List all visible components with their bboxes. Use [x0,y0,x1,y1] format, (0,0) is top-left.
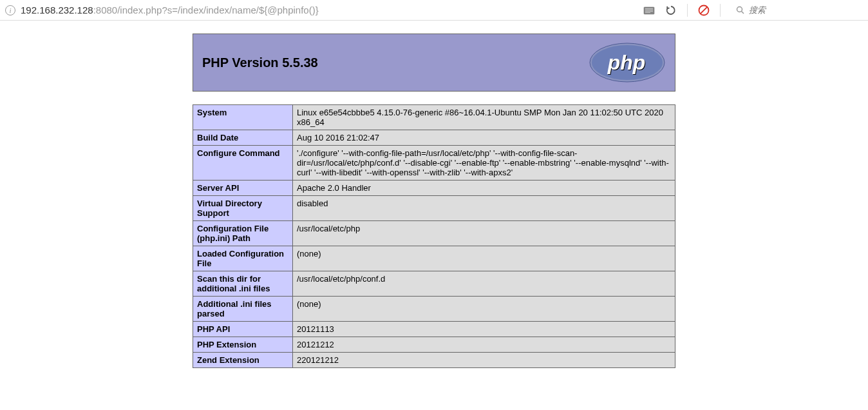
row-label: Scan this dir for additional .ini files [193,271,293,297]
info-icon[interactable]: i [5,5,15,15]
table-row: Configure Command'./configure' '--with-c… [193,146,675,181]
php-logo-icon: php php [589,42,666,83]
row-label: Build Date [193,130,293,146]
table-row: PHP API20121113 [193,322,675,337]
separator [720,4,721,17]
phpinfo-header: PHP Version 5.5.38 php php [193,34,675,92]
table-row: Scan this dir for additional .ini files/… [193,271,675,297]
search-icon [736,6,745,15]
table-row: PHP Extension20121212 [193,337,675,353]
row-label: Configure Command [193,146,293,181]
row-value: 20121212 [293,337,675,353]
page-content: PHP Version 5.5.38 php php SystemLinux e… [0,21,868,368]
row-label: Additional .ini files parsed [193,297,293,322]
row-value: /usr/local/etc/php [293,221,675,246]
row-label: PHP Extension [193,337,293,353]
row-value: './configure' '--with-config-file-path=/… [293,146,675,181]
row-value: 220121212 [293,353,675,368]
row-label: Configuration File (php.ini) Path [193,221,293,246]
svg-rect-0 [644,7,654,14]
table-row: Additional .ini files parsed(none) [193,297,675,322]
block-icon[interactable] [698,5,710,16]
url-host: 192.168.232.128 [21,5,93,15]
svg-line-6 [701,6,707,13]
phpinfo-table: SystemLinux e65e54cbbbe5 4.15.0-76-gener… [193,104,675,368]
svg-rect-1 [645,8,653,9]
svg-rect-3 [645,11,653,12]
row-label: Server API [193,181,293,196]
table-row: Zend Extension220121212 [193,353,675,368]
table-row: Virtual Directory Supportdisabled [193,196,675,221]
row-value: Aug 10 2016 21:02:47 [293,130,675,146]
row-value: Apache 2.0 Handler [293,181,675,196]
separator [687,4,688,17]
table-row: Loaded Configuration File(none) [193,246,675,271]
browser-toolbar: i 192.168.232.128:8080/index.php?s=/inde… [0,0,868,21]
reader-icon[interactable] [643,5,655,16]
svg-rect-4 [645,12,650,13]
search-box[interactable] [731,4,863,16]
search-input[interactable] [749,5,858,15]
table-row: Configuration File (php.ini) Path/usr/lo… [193,221,675,246]
reload-icon[interactable] [665,5,677,16]
row-value: Linux e65e54cbbbe5 4.15.0-76-generic #86… [293,105,675,130]
phpinfo-container: PHP Version 5.5.38 php php SystemLinux e… [193,34,675,368]
table-row: SystemLinux e65e54cbbbe5 4.15.0-76-gener… [193,105,675,130]
svg-text:php: php [607,51,646,74]
row-value: 20121113 [293,322,675,337]
php-version-title: PHP Version 5.5.38 [202,55,318,70]
row-label: Loaded Configuration File [193,246,293,271]
row-value: disabled [293,196,675,221]
table-row: Server APIApache 2.0 Handler [193,181,675,196]
svg-point-7 [737,6,742,12]
url-port: :8080 [93,5,118,15]
table-row: Build DateAug 10 2016 21:02:47 [193,130,675,146]
row-label: Virtual Directory Support [193,196,293,221]
url-path: /index.php?s=/index/index/name/${@phpinf… [117,5,319,15]
row-label: Zend Extension [193,353,293,368]
toolbar-icons [643,4,863,17]
row-value: /usr/local/etc/php/conf.d [293,271,675,297]
row-label: System [193,105,293,130]
svg-line-8 [742,11,744,14]
row-value: (none) [293,246,675,271]
row-label: PHP API [193,322,293,337]
row-value: (none) [293,297,675,322]
svg-rect-2 [645,10,653,10]
url-bar[interactable]: 192.168.232.128:8080/index.php?s=/index/… [21,5,638,15]
